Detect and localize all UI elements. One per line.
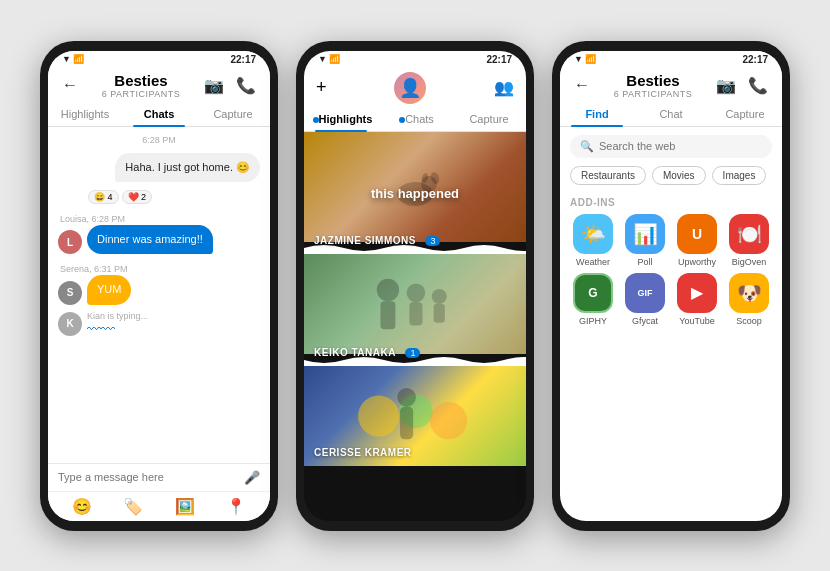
signal-wifi-1: ▼ 📶 [62,54,84,64]
header-3: ← Besties 6 PARTICIPANTS 📷 📞 [560,67,782,102]
avatar-2: 👤 [394,72,426,104]
addin-icon-poll: 📊 [625,214,665,254]
hl-overlay-3: CERISSE KRAMER [304,436,526,466]
tab-find-3[interactable]: Find [560,102,634,126]
svg-point-13 [430,402,467,439]
hl-card-2[interactable]: KEIKO TANAKA 1 [304,254,526,366]
participants-label-1: 6 PARTICIPANTS [80,89,202,99]
addin-label-weather: Weather [576,257,610,267]
hl-count-2: 1 [405,348,420,358]
pill-images[interactable]: Images [712,166,767,185]
emoji-icon-1[interactable]: 😊 [72,497,92,516]
location-icon-1[interactable]: 📍 [226,497,246,516]
search-input-3[interactable] [599,140,762,152]
addin-upworthy[interactable]: U Upworthy [674,214,720,267]
addin-poll[interactable]: 📊 Poll [622,214,668,267]
svg-point-5 [377,278,399,300]
tab-highlights-1[interactable]: Highlights [48,102,122,126]
time-3: 22:17 [742,54,768,65]
reactions-1: 😄 4 ❤️ 2 [88,190,260,204]
avatar-louisa: L [58,230,82,254]
message-input-1[interactable] [58,471,238,483]
pill-restaurants[interactable]: Restaurants [570,166,646,185]
addin-icon-gfycat: GIF [625,273,665,313]
svg-point-7 [407,283,426,302]
message-block-3: Serena, 6:31 PM S YUM [58,264,260,304]
header-icons-1: 📷 📞 [202,74,258,97]
timestamp-1: 6:28 PM [58,135,260,145]
tab-chats-1[interactable]: Chats [122,102,196,126]
addin-gfycat[interactable]: GIF Gfycat [622,273,668,326]
addins-grid: 🌤️ Weather 📊 Poll U Upworthy 🍽️ BigOven … [560,214,782,326]
back-icon-3[interactable]: ← [572,74,592,96]
tab-capture-3[interactable]: Capture [708,102,782,126]
tab-chats-2[interactable]: Chats [378,107,452,131]
addin-weather[interactable]: 🌤️ Weather [570,214,616,267]
filter-pills: Restaurants Movies Images [560,166,782,193]
addin-label-upworthy: Upworthy [678,257,716,267]
phone-1: ▼ 📶 22:17 ← Besties 6 PARTICIPANTS 📷 📞 H… [40,41,278,531]
message-row-1: Haha. I just got home. 😊 [58,153,260,182]
hl-card-1[interactable]: this happened JAZMINE SIMMONS 3 [304,132,526,254]
input-area-1: 🎤 [48,463,270,491]
sticker-icon-1[interactable]: 🏷️ [123,497,143,516]
status-bar-3: ▼ 📶 22:17 [560,51,782,67]
status-bar-1: ▼ 📶 22:17 [48,51,270,67]
svg-rect-15 [400,406,413,439]
pill-movies[interactable]: Movies [652,166,706,185]
tab-capture-1[interactable]: Capture [196,102,270,126]
typing-label: Kian is typing... [87,311,148,321]
addin-scoop[interactable]: 🐶 Scoop [726,273,772,326]
signal-wifi-3: ▼ 📶 [574,54,596,64]
addin-youtube[interactable]: ▶ YouTube [674,273,720,326]
typing-dots: 〰〰 [87,321,148,337]
message-row-2: L Dinner was amazing!! [58,225,260,254]
addin-label-giphy: GIPHY [579,316,607,326]
sender-louisa: Louisa, 6:28 PM [58,214,260,224]
hl-overlay-2: KEIKO TANAKA 1 [304,336,526,366]
addin-icon-youtube: ▶ [677,273,717,313]
add-person-icon-2[interactable]: 👥 [494,78,514,97]
toolbar-1: 😊 🏷️ 🖼️ 📍 [48,491,270,521]
tab-capture-2[interactable]: Capture [452,107,526,131]
hl-username-3: CERISSE KRAMER [314,447,412,458]
avatar-serena: S [58,281,82,305]
addin-icon-scoop: 🐶 [729,273,769,313]
addin-icon-giphy: G [573,273,613,313]
video-icon-1[interactable]: 📷 [202,74,226,97]
phone-icon-1[interactable]: 📞 [234,74,258,97]
phone-icon-3[interactable]: 📞 [746,74,770,97]
addin-giphy[interactable]: G GIPHY [570,273,616,326]
bubble-1: Haha. I just got home. 😊 [115,153,260,182]
hl-card-3[interactable]: CERISSE KRAMER [304,366,526,466]
back-icon-1[interactable]: ← [60,74,80,96]
header-2: + 👤 👥 [304,67,526,107]
hl-username-1: JAZMINE SIMMONS [314,235,416,246]
highlights-content: this happened JAZMINE SIMMONS 3 [304,132,526,521]
time-2: 22:17 [486,54,512,65]
message-block-2: Louisa, 6:28 PM L Dinner was amazing!! [58,214,260,254]
add-icon-2[interactable]: + [316,77,327,98]
image-icon-1[interactable]: 🖼️ [175,497,195,516]
bubble-3: YUM [87,275,131,304]
reaction-smile[interactable]: 😄 4 [88,190,119,204]
mic-icon-1[interactable]: 🎤 [244,470,260,485]
sender-serena: Serena, 6:31 PM [58,264,260,274]
addin-bigoven[interactable]: 🍽️ BigOven [726,214,772,267]
video-icon-3[interactable]: 📷 [714,74,738,97]
svg-rect-8 [409,302,422,325]
header-icons-3: 📷 📞 [714,74,770,97]
addin-label-gfycat: Gfycat [632,316,658,326]
group-name-1: Besties [80,72,202,89]
tab-highlights-2[interactable]: Highlights [304,107,378,131]
chat-area-1: 6:28 PM Haha. I just got home. 😊 😄 4 ❤️ … [48,127,270,463]
section-addins-label: ADD-INS [560,193,782,214]
time-1: 22:17 [230,54,256,65]
search-icon-3: 🔍 [580,140,594,153]
search-bar-3: 🔍 [570,135,772,158]
tabs-2: Highlights Chats Capture [304,107,526,132]
addin-icon-weather: 🌤️ [573,214,613,254]
reaction-heart[interactable]: ❤️ 2 [122,190,153,204]
tab-chat-3[interactable]: Chat [634,102,708,126]
hl-overlay-1: JAZMINE SIMMONS 3 [304,224,526,254]
